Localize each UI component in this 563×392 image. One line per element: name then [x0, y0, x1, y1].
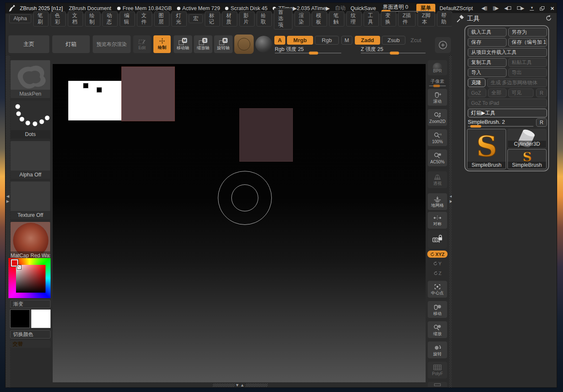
menu-dynamic[interactable]: 动态 [102, 11, 118, 27]
mode-m-button[interactable]: M [341, 36, 352, 45]
lightbox-tool-button[interactable]: 灯箱▶工具 [468, 109, 547, 117]
menu-draw[interactable]: 绘制 [85, 11, 100, 27]
menu-zplugin[interactable]: Z插件 [398, 11, 416, 27]
brush-preview-button[interactable] [234, 35, 254, 54]
canvas-resize-handle[interactable] [246, 384, 268, 387]
menu-marker[interactable]: 标记 [205, 11, 220, 27]
goz-button[interactable]: GoZ [468, 88, 486, 97]
material-sphere-button[interactable] [255, 36, 272, 53]
perspective-button[interactable]: 透视 [427, 171, 448, 189]
menu-material[interactable]: 材质 [222, 11, 237, 27]
menu-texture[interactable]: 纹理 [346, 11, 362, 27]
restore-icon[interactable] [540, 6, 544, 11]
dock-window-right-icon[interactable]: ▶ [517, 5, 524, 11]
draw-button[interactable]: 绘制 [153, 35, 171, 53]
divider-arrow-right-icon[interactable]: ▶ [6, 200, 9, 203]
switch-colors-button[interactable]: 切换颜色 [10, 330, 51, 339]
rotate-button[interactable]: 旋转 [427, 341, 448, 359]
move-button[interactable]: 移动 [427, 301, 448, 318]
mode-zcut-button[interactable]: Zcut [407, 36, 425, 45]
menu-transform[interactable]: 变换 [381, 11, 396, 27]
collapse-left-tray-icon[interactable]: ◀||| [481, 5, 487, 11]
secondary-color-swatch[interactable] [31, 309, 51, 328]
slider-thumb[interactable] [470, 125, 481, 128]
current-brush-tile[interactable]: MaskPen [10, 60, 51, 99]
make-polymesh-button[interactable]: 生成 多边形网格物体 [487, 78, 547, 87]
mode-mrgb-button[interactable]: Mrgb [287, 36, 313, 45]
lightbox-button[interactable]: 灯箱 [52, 35, 90, 53]
polyframe-button[interactable]: PolyF [427, 361, 448, 379]
menu-macro[interactable]: 宏 [189, 14, 203, 23]
save-button[interactable]: 保存 [468, 38, 507, 47]
tool-thumb-cylinder3d[interactable]: Cylinder3D [507, 129, 547, 148]
bpr-button[interactable]: BPR [427, 60, 448, 76]
left-tray-divider[interactable] [6, 56, 10, 387]
menu-light[interactable]: 灯光 [172, 11, 187, 27]
aa-half-button[interactable]: AC50% [427, 149, 448, 167]
save-as-button[interactable]: 另存为 [508, 28, 547, 37]
quicksave-button[interactable]: QuickSave [351, 5, 376, 11]
tool-thumb-simplebrush-small[interactable]: S SimpleBrush [507, 149, 547, 169]
zscript-button[interactable]: DefaultZScript [440, 5, 473, 11]
current-stroke-tile[interactable]: Dots [10, 100, 51, 139]
collapse-right-tray-icon[interactable]: |||▶ [493, 5, 498, 11]
alternate-button[interactable]: 交替 [10, 340, 51, 348]
menu-alpha[interactable]: Alpha [9, 14, 31, 23]
active-tool-slider[interactable] [468, 125, 534, 128]
menu-preferences[interactable]: 首选项 [274, 8, 292, 29]
load-tool-button[interactable]: 载入工具 [468, 28, 507, 37]
z-intensity-slider[interactable] [361, 51, 426, 55]
gradient-button[interactable]: 渐变 [10, 300, 51, 308]
paste-tool-button[interactable]: 粘贴工具 [508, 58, 547, 67]
gyro-scale-button[interactable]: S 缩放轴 [194, 35, 212, 53]
mode-zadd-button[interactable]: Zadd [355, 36, 380, 45]
mode-rgb-button[interactable]: Rgb [315, 36, 339, 45]
menu-stencil[interactable]: 模板 [312, 11, 327, 27]
goz-visible-button[interactable]: 可见 [508, 88, 534, 97]
current-texture-tile[interactable]: Texture Off [10, 181, 51, 220]
divider-arrow-up-icon[interactable]: ▲ [240, 383, 244, 387]
current-alpha-tile[interactable]: Alpha Off [10, 141, 51, 179]
preview-boolean-button[interactable]: 预览布尔渲染 [93, 35, 131, 53]
floor-grid-button[interactable]: 地网格 [427, 193, 448, 211]
copy-tool-button[interactable]: 复制工具 [468, 58, 507, 67]
scroll-button[interactable]: 滚动 [427, 88, 448, 106]
menu-stroke[interactable]: 笔触 [329, 11, 344, 27]
auto-button[interactable]: 自动 [335, 5, 346, 12]
current-material-tile[interactable]: MatCap Red Wax [10, 221, 51, 260]
import-button[interactable]: 导入 [468, 68, 507, 77]
save-numbered-button[interactable]: 保存（编号加 1） [508, 38, 547, 47]
rgb-intensity-slider[interactable] [275, 51, 341, 55]
slider-thumb[interactable] [433, 85, 440, 87]
menu-file[interactable]: 文件 [137, 11, 152, 27]
mode-zsub-button[interactable]: Zsub [382, 36, 405, 45]
slider-thumb[interactable] [390, 52, 399, 55]
edit-button[interactable]: Edit [133, 35, 151, 53]
lock-camera-button[interactable] [427, 230, 448, 248]
clipped-shelf-button[interactable] [427, 381, 448, 387]
menu-help[interactable]: 帮助 [437, 11, 452, 27]
color-picker[interactable] [8, 258, 51, 298]
tool-thumb-simplebrush-big[interactable]: S SimpleBrush [467, 129, 506, 169]
rotate-on-y-button[interactable]: Y [427, 260, 448, 267]
divider-arrow-left-icon[interactable]: ◀ [6, 195, 9, 198]
clone-button[interactable]: 克隆 [468, 78, 485, 87]
sv-cursor[interactable] [17, 265, 21, 269]
dock-window-left-icon[interactable]: ◀ [504, 5, 511, 11]
reset-icon[interactable] [545, 15, 552, 21]
menu-tool[interactable]: 工具 [364, 11, 379, 27]
menu-document[interactable]: 文档 [68, 11, 83, 27]
active-tool-r-button[interactable]: R [536, 118, 547, 127]
actual-size-button[interactable]: ×1 100% [427, 129, 448, 147]
rotate-on-z-button[interactable]: Z [427, 270, 448, 277]
goz-r-button[interactable]: R [536, 88, 547, 97]
gyro-rotate-button[interactable]: R 旋转轴 [214, 35, 233, 53]
menu-movie[interactable]: 影片 [239, 11, 255, 27]
canvas-resize-handle[interactable] [213, 384, 235, 387]
subpixel-slider[interactable] [429, 84, 446, 87]
slider-thumb[interactable] [309, 52, 318, 55]
document-canvas[interactable] [53, 64, 426, 382]
export-button[interactable]: 导出 [508, 68, 547, 77]
frame-center-button[interactable]: 中心点 [427, 280, 448, 298]
goz-ipad-button[interactable]: GoZ To iPad [468, 99, 547, 107]
